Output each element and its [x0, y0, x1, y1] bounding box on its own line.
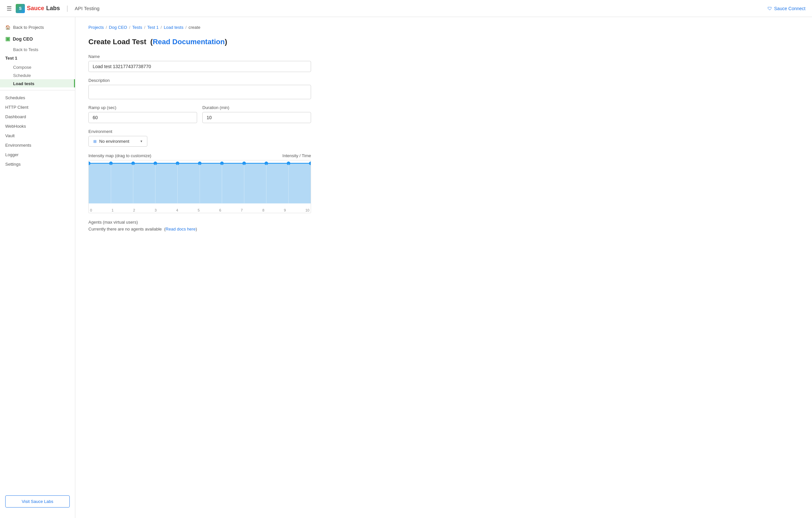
ramp-up-label: Ramp up (sec) [88, 105, 197, 110]
hamburger-menu-icon[interactable]: ☰ [6, 5, 12, 12]
read-documentation-link[interactable]: Read Documentation [152, 38, 225, 46]
chevron-down-icon: ▾ [141, 139, 142, 143]
agents-section: Agents (max virtual users) Currently the… [88, 220, 311, 231]
x-label-10: 10 [306, 208, 310, 212]
description-input[interactable] [88, 85, 311, 99]
back-to-tests-label[interactable]: Back to Tests [0, 45, 75, 53]
sidebar-vault[interactable]: Vault [0, 131, 75, 141]
sauce-connect-label: Sauce Connect [774, 6, 806, 11]
current-test-label: Test 1 [0, 53, 75, 63]
agents-text: Currently there are no agents available … [88, 227, 311, 231]
sidebar-schedule[interactable]: Schedule [0, 71, 75, 79]
visit-sauce-labs-button[interactable]: Visit Sauce Labs [5, 495, 70, 508]
brand-labs: Labs [46, 5, 60, 12]
x-label-6: 6 [220, 208, 221, 212]
intensity-chart-svg [89, 161, 311, 207]
project-name-label: Dog CEO [13, 36, 33, 41]
x-label-8: 8 [262, 208, 264, 212]
intensity-y-label: Intensity / Time [283, 153, 311, 158]
sidebar-webhooks[interactable]: WebHooks [0, 121, 75, 131]
agents-label: Agents (max virtual users) [88, 220, 311, 225]
description-group: Description [88, 78, 311, 99]
sidebar: 🏠 Back to Projects ▣ Dog CEO Back to Tes… [0, 17, 75, 518]
breadcrumb-projects[interactable]: Projects [88, 25, 104, 30]
sidebar-schedules[interactable]: Schedules [0, 93, 75, 103]
shield-icon: 🛡 [767, 6, 772, 11]
ramp-up-input[interactable] [88, 112, 197, 123]
sauce-connect-button[interactable]: 🛡 Sauce Connect [767, 6, 806, 11]
breadcrumb-tests[interactable]: Tests [132, 25, 142, 30]
brand-logo: S SauceLabs [16, 4, 60, 13]
sidebar-logger[interactable]: Logger [0, 150, 75, 160]
ramp-up-group: Ramp up (sec) [88, 105, 197, 123]
x-label-1: 1 [112, 208, 114, 212]
ramp-duration-row: Ramp up (sec) Duration (min) [88, 105, 311, 129]
brand-sauce: Sauce [27, 5, 44, 12]
breadcrumb-load-tests[interactable]: Load tests [164, 25, 183, 30]
duration-group: Duration (min) [202, 105, 311, 123]
name-input[interactable] [88, 61, 311, 72]
environment-group: Environment ⊞ No environment ▾ [88, 129, 311, 147]
back-to-projects-link[interactable]: 🏠 Back to Projects [0, 22, 75, 32]
name-group: Name [88, 54, 311, 72]
page-title: Create Load Test (Read Documentation) [88, 38, 799, 46]
back-to-projects-label: Back to Projects [13, 25, 44, 30]
sidebar-compose[interactable]: Compose [0, 63, 75, 71]
main-content: Projects / Dog CEO / Tests / Test 1 / Lo… [75, 17, 812, 518]
breadcrumb: Projects / Dog CEO / Tests / Test 1 / Lo… [88, 25, 799, 30]
breadcrumb-project[interactable]: Dog CEO [109, 25, 127, 30]
chart-x-axis: 0 1 2 3 4 5 6 7 8 9 10 [89, 207, 311, 213]
page-title-paren-close: ) [225, 38, 227, 46]
app-name-label: API Testing [75, 6, 99, 11]
breadcrumb-sep-5: / [185, 25, 186, 30]
description-label: Description [88, 78, 311, 83]
create-load-test-form: Name Description Ramp up (sec) Duration … [88, 54, 311, 231]
breadcrumb-current: create [188, 25, 200, 30]
x-label-4: 4 [176, 208, 178, 212]
sidebar-load-tests[interactable]: Load tests [0, 79, 75, 87]
x-label-7: 7 [241, 208, 242, 212]
saucelabs-logo: S [16, 4, 25, 13]
sidebar-divider [0, 90, 75, 90]
environment-label: Environment [88, 129, 311, 134]
environment-dropdown[interactable]: ⊞ No environment ▾ [88, 136, 147, 147]
top-navigation: ☰ S SauceLabs | API Testing 🛡 Sauce Conn… [0, 0, 812, 17]
read-docs-here-link[interactable]: Read docs here [166, 227, 196, 231]
x-label-9: 9 [284, 208, 286, 212]
intensity-map-section: Intensity map (drag to customize) Intens… [88, 153, 311, 213]
environment-value: No environment [99, 139, 129, 144]
breadcrumb-test[interactable]: Test 1 [147, 25, 159, 30]
nav-divider: | [66, 5, 68, 12]
intensity-chart[interactable]: 0 1 2 3 4 5 6 7 8 9 10 [88, 160, 311, 213]
duration-label: Duration (min) [202, 105, 311, 110]
sidebar-settings[interactable]: Settings [0, 160, 75, 169]
sidebar-http-client[interactable]: HTTP Client [0, 103, 75, 112]
project-icon: ▣ [5, 36, 10, 42]
breadcrumb-sep-1: / [106, 25, 107, 30]
breadcrumb-sep-3: / [144, 25, 145, 30]
page-title-text: Create Load Test [88, 38, 146, 46]
home-icon: 🏠 [5, 25, 10, 30]
duration-input[interactable] [202, 112, 311, 123]
breadcrumb-sep-4: / [161, 25, 162, 30]
topnav-left: ☰ S SauceLabs | API Testing [6, 4, 99, 13]
x-label-2: 2 [133, 208, 135, 212]
sidebar-dashboard[interactable]: Dashboard [0, 112, 75, 121]
breadcrumb-sep-2: / [129, 25, 130, 30]
x-label-5: 5 [198, 208, 200, 212]
intensity-header: Intensity map (drag to customize) Intens… [88, 153, 311, 158]
env-icon: ⊞ [93, 139, 96, 144]
x-label-0: 0 [90, 208, 92, 212]
name-label: Name [88, 54, 311, 59]
x-label-3: 3 [154, 208, 156, 212]
sidebar-environments[interactable]: Environments [0, 141, 75, 150]
agents-no-agents-text: Currently there are no agents available [88, 227, 162, 231]
sidebar-bottom: Visit Sauce Labs [0, 490, 75, 513]
intensity-map-label: Intensity map (drag to customize) [88, 153, 151, 158]
project-name: ▣ Dog CEO [0, 32, 75, 45]
main-layout: 🏠 Back to Projects ▣ Dog CEO Back to Tes… [0, 17, 812, 518]
